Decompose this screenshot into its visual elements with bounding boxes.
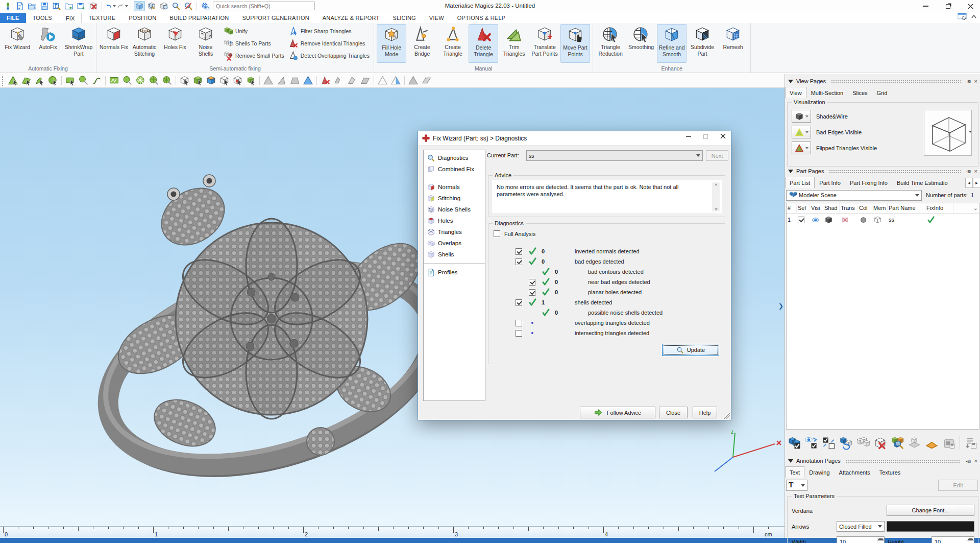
- curve-selection-button[interactable]: [91, 75, 103, 86]
- table-options-chevron[interactable]: ⌄: [972, 203, 979, 213]
- height-stepper[interactable]: 10: [932, 536, 974, 543]
- scroll-down-icon[interactable]: [715, 208, 718, 210]
- wizard-page-shells[interactable]: Shells: [424, 249, 485, 260]
- ribbon-button-subdivide-part[interactable]: Subdivide Part: [688, 24, 717, 63]
- ribbon-button-normals-fix[interactable]: Normals Fix: [99, 24, 129, 63]
- tab-grid[interactable]: Grid: [872, 87, 892, 98]
- undo-caret-icon[interactable]: [113, 5, 116, 7]
- menu-item-file[interactable]: FILE: [0, 13, 26, 23]
- gray-triangle-b-button[interactable]: [276, 75, 287, 86]
- mark-triangle-button[interactable]: [7, 75, 19, 86]
- column-header-mem[interactable]: Mem: [872, 203, 888, 213]
- tab-part-fixing-info[interactable]: Part Fixing Info: [845, 177, 892, 188]
- new-scene-button[interactable]: [14, 1, 26, 11]
- redo-caret-icon[interactable]: [125, 5, 128, 7]
- gray-trapezoid-button[interactable]: [289, 75, 301, 86]
- tab-part-info[interactable]: Part Info: [815, 177, 845, 188]
- magics-logo-button[interactable]: [2, 1, 13, 11]
- gray-triangle-c-button[interactable]: [407, 75, 419, 86]
- update-button[interactable]: Update: [662, 344, 719, 356]
- zoom-in-button[interactable]: [170, 1, 182, 11]
- wizard-page-profiles[interactable]: Profiles: [424, 267, 485, 278]
- pie-selection-alt-button[interactable]: [161, 75, 173, 86]
- delete-part-button[interactable]: [873, 435, 888, 451]
- ball-selection-button[interactable]: [78, 75, 89, 86]
- diagnostic-checkbox[interactable]: [516, 320, 522, 326]
- help-button[interactable]: Help: [693, 407, 717, 418]
- cube-select-button[interactable]: [179, 75, 190, 86]
- ribbon-button-automatic-stitching[interactable]: Automatic Stitching: [130, 24, 159, 63]
- table-row[interactable]: 1ss: [787, 214, 979, 226]
- close-dialog-button[interactable]: Close: [659, 407, 688, 418]
- tab-text[interactable]: Text: [785, 466, 804, 478]
- wizard-page-noise-shells[interactable]: Noise Shells: [424, 204, 485, 215]
- ribbon-button-filter-sharp-triangles[interactable]: Filter Sharp Triangles: [288, 26, 370, 37]
- rect-selection-button[interactable]: [64, 75, 76, 86]
- delete-marked-button[interactable]: [320, 75, 331, 86]
- dialog-title-bar[interactable]: Fix Wizard (Part: ss) > Diagnostics: [418, 131, 731, 146]
- menu-item-support-generation[interactable]: SUPPORT GENERATION: [235, 13, 315, 23]
- column-header-shad[interactable]: Shad: [823, 203, 840, 213]
- column-header-#[interactable]: #: [787, 203, 797, 213]
- ribbon-button-create-triangle[interactable]: Create Triangle: [438, 24, 468, 63]
- diagnostic-checkbox[interactable]: [516, 248, 522, 255]
- ribbon-button-refine-and-smooth[interactable]: Refine and Smooth: [657, 24, 687, 63]
- arrow-color-swatch[interactable]: [887, 521, 974, 532]
- advice-scrollbar[interactable]: [712, 182, 720, 211]
- dialog-minimize-button[interactable]: [686, 136, 691, 137]
- gray-parallelogram-b-button[interactable]: [421, 75, 432, 86]
- part-pages-header[interactable]: Part Pages -⧇ ×: [785, 167, 980, 176]
- pin-icon[interactable]: -⧇: [966, 458, 971, 464]
- tab-attachments[interactable]: Attachments: [835, 466, 875, 478]
- remove-part-button[interactable]: [88, 1, 99, 11]
- window-selection-button[interactable]: [108, 75, 120, 86]
- save-selected-part-button[interactable]: [76, 1, 87, 11]
- collapse-ribbon-icon[interactable]: [971, 14, 977, 20]
- mark-plane-button[interactable]: [20, 75, 32, 86]
- save-as-button[interactable]: [51, 1, 62, 11]
- undo-button[interactable]: [105, 1, 116, 11]
- cube-select-red-button[interactable]: [232, 75, 243, 86]
- redo-button[interactable]: [117, 1, 128, 11]
- close-panel-icon[interactable]: ×: [974, 79, 977, 84]
- menu-item-view[interactable]: VIEW: [423, 13, 451, 23]
- ribbon-button-remove-small-parts[interactable]: Remove Small Parts: [223, 50, 284, 61]
- cube-select-color-button[interactable]: [205, 75, 217, 86]
- cube-select-small-button[interactable]: [245, 75, 257, 86]
- save-part-list-button[interactable]: [964, 435, 978, 451]
- view-pages-header[interactable]: View Pages -⧇ ×: [785, 77, 980, 86]
- follow-advice-button[interactable]: Follow Advice: [580, 407, 655, 418]
- row-checkbox[interactable]: [798, 217, 804, 223]
- full-analysis-checkbox[interactable]: [494, 230, 500, 237]
- tri-bad-edges-button[interactable]: [792, 126, 811, 138]
- ribbon-button-noise-shells[interactable]: Noise Shells: [191, 24, 220, 63]
- scene-selector[interactable]: Modeler Scene: [786, 190, 922, 201]
- dialog-restore-button[interactable]: [703, 134, 708, 139]
- ribbon-button-remesh[interactable]: Remesh: [718, 24, 748, 63]
- close-button[interactable]: [965, 2, 976, 11]
- duplicate-parts-button[interactable]: [856, 435, 871, 451]
- tab-drawing[interactable]: Drawing: [804, 466, 834, 478]
- ribbon-button-remove-identical-triangles[interactable]: Remove Identical Triangles: [288, 38, 370, 49]
- ribbon-button-fix-wizard[interactable]: Fix Wizard: [3, 24, 32, 63]
- diagnostic-checkbox[interactable]: [516, 299, 522, 306]
- save-button[interactable]: [39, 1, 50, 11]
- tab-scroll-left[interactable]: ◄: [965, 178, 973, 188]
- mark-sphere-button[interactable]: [47, 75, 59, 86]
- ribbon-button-smoothing[interactable]: Smoothing: [626, 24, 656, 63]
- tab-part-list[interactable]: Part List: [785, 177, 815, 188]
- import-part-button[interactable]: [63, 1, 75, 11]
- select-all-parts-button[interactable]: [787, 435, 802, 451]
- blue-white-triangle-button[interactable]: [390, 75, 402, 86]
- menu-item-build-preparation[interactable]: BUILD PREPARATION: [163, 13, 235, 23]
- menu-item-tools[interactable]: TOOLS: [26, 13, 59, 23]
- diagnostic-checkbox[interactable]: [529, 279, 535, 286]
- wizard-page-diagnostics[interactable]: Diagnostics: [424, 152, 485, 163]
- annotation-pages-header[interactable]: Annotation Pages -⧇ ×: [785, 456, 980, 465]
- ribbon-settings-icon[interactable]: [958, 12, 967, 21]
- gray-parallelogram-button[interactable]: [359, 75, 371, 86]
- panel-collapse-arrow[interactable]: ❯: [778, 302, 783, 310]
- cube-dark-button[interactable]: [792, 110, 811, 123]
- select-checkbox[interactable]: [797, 217, 810, 223]
- arrows-selector[interactable]: Closed Filled: [837, 521, 885, 532]
